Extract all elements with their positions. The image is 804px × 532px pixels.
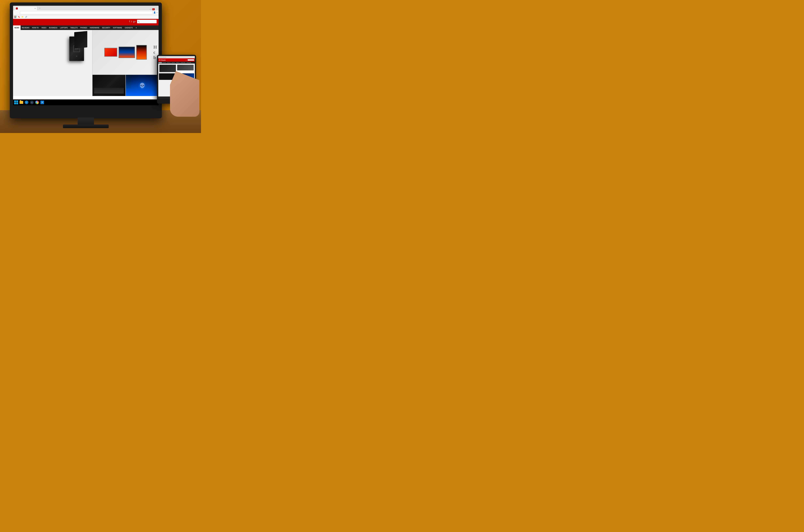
forward-button[interactable] [16,13,17,13]
tv-unit: ✕ + ─ □ ✕ 👤 ≡ [10,2,162,118]
chrome-button[interactable] [35,100,39,105]
laptop-article[interactable] [92,75,125,96]
back-button[interactable] [14,13,15,13]
ie-button[interactable]: e [24,100,29,105]
nav-more-button[interactable]: ▼ [134,25,138,30]
close-window-icon[interactable]: ✕ [152,8,155,10]
ie-icon: e [25,100,29,104]
search-icon: 🔍 [138,21,140,22]
nav-item-gadgets[interactable]: GADGETS [123,25,134,30]
tablet-url: www.pcworld.com [159,57,166,58]
share-icon: 🔗 [25,16,27,18]
apps-grid-icon [14,16,16,18]
suggested-icon: 🔖 [18,16,20,18]
nav-item-video[interactable]: VIDEO [40,25,48,30]
apps-bookmark[interactable] [14,16,17,18]
tab-favicon [16,7,18,10]
laptop-base [93,94,125,94]
tablet-nav-reviews: REVIEWS [162,62,167,63]
folder-taskbar-icon [20,101,23,104]
suggested-sites-bookmark[interactable]: 🔖 [18,16,20,18]
twitter-icon[interactable]: t [131,20,132,23]
tablet-nav-tablets: TABLETS [176,62,180,63]
nav-item-software[interactable]: SOFTWARE [112,25,124,30]
active-tab[interactable]: ✕ [14,6,37,10]
pcworld-header: f t g+ 🔍 [13,19,159,24]
boxx-x-logo: ✕ [76,55,78,58]
menu-icon[interactable]: ≡ [157,12,158,14]
browser-toolbar: 👤 ≡ [13,10,159,15]
tablet-nav-phones: PHONES [171,62,176,63]
steam-icon: S [30,100,34,104]
nav-item-laptops[interactable]: LAPTOPS [59,25,69,30]
folder-tab [20,100,21,101]
nav-item-reviews[interactable]: REVIEWS [21,25,31,30]
nav-item-news[interactable]: NEWS [13,25,21,30]
tablet-search-bar [188,59,194,61]
taskbar: e S ⚙ [13,99,159,105]
laptop-shape [94,88,124,94]
tablet-nav-howto: HOW-TO [167,62,171,63]
tv-stand-neck [78,117,94,125]
screen-1 [104,48,117,57]
hand-skin [170,71,199,117]
tab-close-icon[interactable]: ✕ [34,7,36,9]
imported-bookmark[interactable]: 📁 [21,16,24,18]
tv-bezel-bottom [10,106,162,115]
settings-button[interactable]: ⚙ [40,100,45,105]
file-explorer-button[interactable] [19,100,24,105]
browser-icons-right: 👤 ≡ [153,12,158,14]
nav-item-phones[interactable]: PHONES [79,25,88,30]
nav-item-tablets[interactable]: TABLETS [69,25,79,30]
pcworld-website: f t g+ 🔍 NEWS REVIEWS HOW-TO VIDEO BUSIN… [13,19,159,99]
chrome-icon [35,100,39,104]
settings-icon: ⚙ [40,100,44,104]
tablet-nav-hardware: HARDWARE [180,62,186,63]
hero-article[interactable]: BOXX ✕ [13,30,92,96]
folder-icon: 📁 [21,16,23,18]
windows-start-button[interactable] [14,100,19,105]
user-icon[interactable]: 👤 [153,12,156,14]
tv-screen: ✕ + ─ □ ✕ 👤 ≡ [13,6,159,105]
address-bar[interactable] [20,11,153,14]
tablet-pcworld-header: PCWorld f t g+ [158,58,195,62]
screen-2 [118,46,135,58]
se-bookmark[interactable]: 🔗 [25,16,28,18]
bookmarks-bar: 🔖 📁 🔗 [13,15,159,19]
chrome-center [36,101,38,103]
windows-logo-icon [14,100,18,104]
social-links: f t g+ 🔍 [129,20,157,23]
tab-bar: ✕ + ─ □ ✕ [13,6,159,10]
tablet-nav-software: SOFTWARE [186,62,191,63]
pcworld-tagline [13,24,159,25]
tablet-address-bar: www.pcworld.com [158,56,195,58]
pc-tower-top [74,31,87,49]
tablet-social: f t g+ [185,59,194,61]
refresh-button[interactable] [18,13,19,13]
browser-chrome: ✕ + ─ □ ✕ 👤 ≡ [13,6,159,19]
nav-item-business[interactable]: BUSINESS [48,25,59,30]
minimize-icon[interactable]: ─ [149,8,150,10]
hand-tablet-container: www.pcworld.com PCWorld f t g+ NEWS REVI… [147,55,199,117]
gplus-icon[interactable]: g+ [133,20,136,23]
tv-stand-base [63,125,109,128]
tablet-nav: NEWS REVIEWS HOW-TO PHONES TABLETS HARDW… [158,62,195,63]
screen-3 [136,45,147,60]
nav-item-howto[interactable]: HOW-TO [31,25,40,30]
steam-button[interactable]: S [29,100,34,105]
tablet-article-image [177,65,194,71]
hero-image: BOXX ✕ [55,32,87,68]
hand-shape [170,71,199,117]
tablet-nav-news: NEWS [159,62,162,63]
nav-item-security[interactable]: SECURITY [100,25,112,30]
new-tab-button[interactable]: + [38,6,42,10]
tablet-pcworld-logo: PCWorld [159,59,166,61]
content-area: BOXX ✕ [13,30,159,96]
site-search[interactable]: 🔍 [137,20,157,23]
nav-item-hardware[interactable]: HARDWARE [88,25,100,30]
main-navigation: NEWS REVIEWS HOW-TO VIDEO BUSINESS LAPTO… [13,25,159,30]
maximize-icon[interactable]: □ [151,8,152,10]
facebook-icon[interactable]: f [129,20,130,23]
